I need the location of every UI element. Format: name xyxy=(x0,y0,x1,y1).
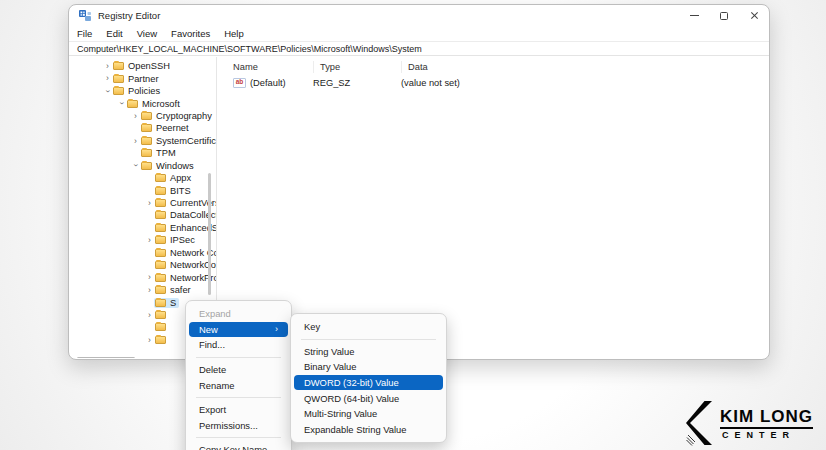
context-menu-item-label: Delete xyxy=(199,364,226,375)
tree-item-openssh[interactable]: ›OpenSSH xyxy=(69,60,216,72)
tree-item-body: Policies xyxy=(112,86,163,96)
tree-item-microsoft[interactable]: ›Microsoft xyxy=(69,97,216,109)
tree-item-body: Network Co xyxy=(154,248,216,258)
context-menu-item-permissions[interactable]: Permissions... xyxy=(189,418,288,434)
kimlong-chevron-icon xyxy=(686,401,713,447)
value-name-cell: (Default) xyxy=(233,78,313,88)
folder-icon xyxy=(155,323,166,331)
maximize-button[interactable] xyxy=(709,5,739,26)
context-menu-item-delete[interactable]: Delete xyxy=(189,362,288,378)
tree-item-safer[interactable]: ›safer xyxy=(69,284,216,296)
submenu-item-expandable-string-value[interactable]: Expandable String Value xyxy=(294,422,443,438)
submenu-item-label: Expandable String Value xyxy=(304,424,407,435)
context-menu-separator xyxy=(196,397,281,398)
chevron-closed-icon[interactable]: › xyxy=(145,286,154,295)
tree-item-ipsec[interactable]: ›IPSec xyxy=(69,234,216,246)
folder-icon xyxy=(141,149,152,157)
tree-item-partner[interactable]: ›Partner xyxy=(69,72,216,84)
submenu-item-dword-32-bit-value[interactable]: DWORD (32-bit) Value xyxy=(294,375,443,391)
string-value-icon xyxy=(233,78,246,88)
chevron-closed-icon[interactable]: › xyxy=(131,112,140,121)
context-menu-item-find[interactable]: Find... xyxy=(189,337,288,353)
chevron-closed-icon[interactable]: › xyxy=(103,74,112,83)
value-row-default[interactable]: (Default)REG_SZ(value not set) xyxy=(217,75,769,90)
tree-item-label: Appx xyxy=(170,173,191,183)
tree-item-body: EnhancedS xyxy=(154,223,216,233)
tree-item-bits[interactable]: BITS xyxy=(69,184,216,196)
tree-item-label: safer xyxy=(170,285,191,295)
chevron-closed-icon[interactable]: › xyxy=(103,62,112,71)
tree-item-datacollect[interactable]: DataCollect xyxy=(69,209,216,221)
submenu-item-key[interactable]: Key xyxy=(294,319,443,335)
folder-icon xyxy=(155,199,166,207)
submenu-item-binary-value[interactable]: Binary Value xyxy=(294,359,443,375)
menubar-item-favorites[interactable]: Favorites xyxy=(171,28,210,39)
submenu-item-string-value[interactable]: String Value xyxy=(294,344,443,360)
tree-item-networkpro[interactable]: ›NetworkPro xyxy=(69,271,216,283)
folder-icon xyxy=(155,224,166,232)
tree-item-body: SystemCertific xyxy=(140,136,216,146)
chevron-closed-icon[interactable]: › xyxy=(145,273,154,282)
menubar-item-edit[interactable]: Edit xyxy=(106,28,122,39)
tree-item-appx[interactable]: Appx xyxy=(69,172,216,184)
tree-item-windows[interactable]: ›Windows xyxy=(69,160,216,172)
maximize-icon xyxy=(720,12,728,20)
submenu-item-multi-string-value[interactable]: Multi-String Value xyxy=(294,406,443,422)
chevron-open-icon[interactable]: › xyxy=(117,99,126,108)
chevron-closed-icon[interactable]: › xyxy=(145,199,154,208)
chevron-closed-icon[interactable]: › xyxy=(145,336,154,345)
tree-item-body: NetworkPro xyxy=(154,273,216,283)
folder-icon xyxy=(141,137,152,145)
registry-editor-icon xyxy=(79,10,91,22)
context-menu-item-label: Permissions... xyxy=(199,420,258,431)
menubar-item-file[interactable]: File xyxy=(77,28,92,39)
chevron-open-icon[interactable]: › xyxy=(131,161,140,170)
folder-icon xyxy=(141,162,152,170)
menubar-item-help[interactable]: Help xyxy=(224,28,244,39)
tree-item-enhanceds[interactable]: EnhancedS xyxy=(69,222,216,234)
tree-item-peernet[interactable]: Peernet xyxy=(69,122,216,134)
chevron-closed-icon[interactable]: › xyxy=(145,311,154,320)
tree-item-tpm[interactable]: TPM xyxy=(69,147,216,159)
tree-item-body: BITS xyxy=(154,186,194,196)
context-menu-item-rename[interactable]: Rename xyxy=(189,377,288,393)
submenu-item-qword-64-bit-value[interactable]: QWORD (64-bit) Value xyxy=(294,390,443,406)
tree-item-body: Appx xyxy=(154,173,194,183)
tree-vertical-scrollbar[interactable] xyxy=(208,173,211,295)
column-header-type[interactable]: Type xyxy=(313,61,401,73)
tree-item-label: Partner xyxy=(128,74,159,84)
address-bar[interactable]: Computer\HKEY_LOCAL_MACHINE\SOFTWARE\Pol… xyxy=(69,41,769,56)
context-menu-item-export[interactable]: Export xyxy=(189,402,288,418)
context-menu-item-new[interactable]: New› xyxy=(189,322,288,338)
tree-item-systemcertific[interactable]: ›SystemCertific xyxy=(69,135,216,147)
tree-item-currentvers[interactable]: ›CurrentVers xyxy=(69,197,216,209)
minimize-button[interactable] xyxy=(679,5,709,26)
chevron-closed-icon[interactable]: › xyxy=(131,137,140,146)
tree-item-policies[interactable]: ›Policies xyxy=(69,85,216,97)
tree-horizontal-scrollbar[interactable] xyxy=(77,357,135,358)
chevron-open-icon[interactable]: › xyxy=(103,87,112,96)
context-menu-item-copy-key-name[interactable]: Copy Key Name xyxy=(189,442,288,450)
tree-item-body: Partner xyxy=(112,74,162,84)
menubar-item-view[interactable]: View xyxy=(137,28,157,39)
tree-item-label: S xyxy=(170,298,176,308)
tree-item-label: SystemCertific xyxy=(156,136,216,146)
close-button[interactable] xyxy=(739,5,769,26)
chevron-closed-icon[interactable]: › xyxy=(145,236,154,245)
submenu-separator xyxy=(301,339,436,340)
tree-item-network-co[interactable]: Network Co xyxy=(69,247,216,259)
folder-icon xyxy=(155,311,166,319)
tree-item-networkco[interactable]: NetworkCo xyxy=(69,259,216,271)
titlebar[interactable]: Registry Editor xyxy=(69,5,769,26)
column-header-data[interactable]: Data xyxy=(401,61,769,73)
tree-item-body: S xyxy=(154,298,179,308)
folder-icon xyxy=(113,87,124,95)
new-submenu: KeyString ValueBinary ValueDWORD (32-bit… xyxy=(290,313,447,443)
folder-icon xyxy=(155,236,166,244)
value-name: (Default) xyxy=(250,78,286,88)
logo-divider xyxy=(720,427,813,430)
tree-item-body: IPSec xyxy=(154,235,198,245)
tree-item-cryptography[interactable]: ›Cryptography xyxy=(69,110,216,122)
folder-icon xyxy=(155,249,166,257)
column-header-name[interactable]: Name xyxy=(233,61,313,73)
